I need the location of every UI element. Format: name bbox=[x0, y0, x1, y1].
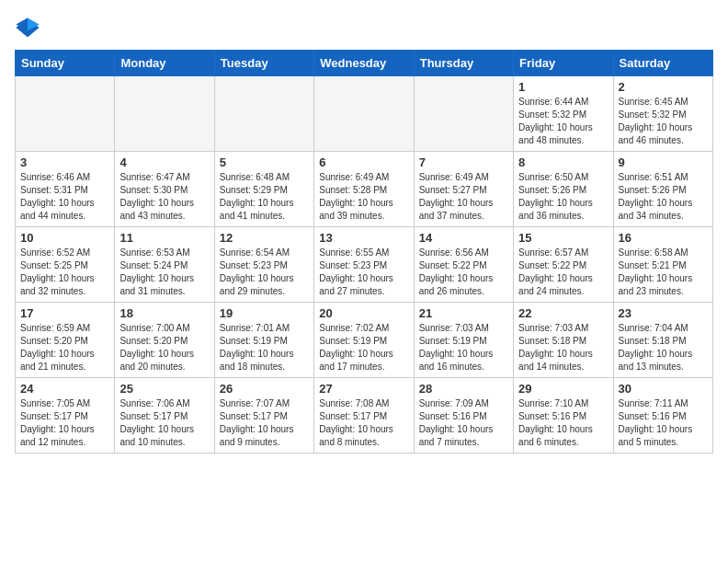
calendar-week-row: 24Sunrise: 7:05 AM Sunset: 5:17 PM Dayli… bbox=[16, 378, 713, 454]
day-number: 20 bbox=[319, 306, 408, 320]
day-info: Sunrise: 6:54 AM Sunset: 5:23 PM Dayligh… bbox=[220, 247, 309, 298]
day-number: 5 bbox=[220, 155, 309, 169]
calendar-header-sunday: Sunday bbox=[16, 51, 115, 76]
calendar-cell: 12Sunrise: 6:54 AM Sunset: 5:23 PM Dayli… bbox=[214, 227, 313, 303]
day-number: 6 bbox=[319, 155, 408, 169]
day-info: Sunrise: 6:49 AM Sunset: 5:28 PM Dayligh… bbox=[319, 171, 408, 223]
page: SundayMondayTuesdayWednesdayThursdayFrid… bbox=[0, 0, 728, 468]
day-info: Sunrise: 6:57 AM Sunset: 5:22 PM Dayligh… bbox=[518, 247, 608, 298]
day-info: Sunrise: 6:47 AM Sunset: 5:30 PM Dayligh… bbox=[119, 171, 209, 223]
calendar-cell: 4Sunrise: 6:47 AM Sunset: 5:30 PM Daylig… bbox=[115, 152, 214, 227]
calendar-cell bbox=[414, 76, 513, 152]
day-info: Sunrise: 6:49 AM Sunset: 5:27 PM Dayligh… bbox=[419, 171, 508, 223]
calendar-cell: 2Sunrise: 6:45 AM Sunset: 5:32 PM Daylig… bbox=[613, 76, 712, 152]
calendar-cell: 22Sunrise: 7:03 AM Sunset: 5:18 PM Dayli… bbox=[514, 303, 613, 378]
calendar-cell: 1Sunrise: 6:44 AM Sunset: 5:32 PM Daylig… bbox=[514, 76, 613, 152]
calendar-cell: 3Sunrise: 6:46 AM Sunset: 5:31 PM Daylig… bbox=[16, 152, 115, 227]
day-number: 7 bbox=[419, 155, 508, 169]
logo bbox=[15, 15, 44, 40]
day-number: 8 bbox=[518, 155, 608, 169]
day-info: Sunrise: 6:58 AM Sunset: 5:21 PM Dayligh… bbox=[619, 247, 708, 298]
logo-icon bbox=[15, 15, 40, 40]
calendar-cell: 20Sunrise: 7:02 AM Sunset: 5:19 PM Dayli… bbox=[314, 303, 414, 378]
day-info: Sunrise: 6:48 AM Sunset: 5:29 PM Dayligh… bbox=[220, 171, 309, 223]
calendar-cell: 17Sunrise: 6:59 AM Sunset: 5:20 PM Dayli… bbox=[16, 303, 115, 378]
day-number: 13 bbox=[319, 231, 408, 245]
calendar-cell: 18Sunrise: 7:00 AM Sunset: 5:20 PM Dayli… bbox=[115, 303, 214, 378]
calendar-header-saturday: Saturday bbox=[613, 51, 712, 76]
calendar-cell: 28Sunrise: 7:09 AM Sunset: 5:16 PM Dayli… bbox=[414, 378, 513, 454]
day-number: 25 bbox=[119, 382, 209, 396]
calendar-cell bbox=[16, 76, 115, 152]
day-number: 12 bbox=[220, 231, 309, 245]
day-number: 23 bbox=[619, 306, 708, 320]
calendar-week-row: 17Sunrise: 6:59 AM Sunset: 5:20 PM Dayli… bbox=[16, 303, 713, 378]
day-number: 11 bbox=[119, 231, 209, 245]
calendar-header-wednesday: Wednesday bbox=[314, 51, 414, 76]
calendar-cell: 27Sunrise: 7:08 AM Sunset: 5:17 PM Dayli… bbox=[314, 378, 414, 454]
calendar-cell: 5Sunrise: 6:48 AM Sunset: 5:29 PM Daylig… bbox=[214, 152, 313, 227]
day-info: Sunrise: 6:46 AM Sunset: 5:31 PM Dayligh… bbox=[20, 171, 109, 223]
day-info: Sunrise: 7:06 AM Sunset: 5:17 PM Dayligh… bbox=[119, 397, 209, 449]
day-info: Sunrise: 6:52 AM Sunset: 5:25 PM Dayligh… bbox=[20, 247, 109, 298]
day-number: 4 bbox=[119, 155, 209, 169]
calendar-cell: 15Sunrise: 6:57 AM Sunset: 5:22 PM Dayli… bbox=[514, 227, 613, 303]
calendar-cell: 30Sunrise: 7:11 AM Sunset: 5:16 PM Dayli… bbox=[613, 378, 712, 454]
calendar-cell: 26Sunrise: 7:07 AM Sunset: 5:17 PM Dayli… bbox=[214, 378, 313, 454]
calendar-header-monday: Monday bbox=[115, 51, 214, 76]
day-info: Sunrise: 7:11 AM Sunset: 5:16 PM Dayligh… bbox=[619, 397, 708, 449]
day-info: Sunrise: 6:45 AM Sunset: 5:32 PM Dayligh… bbox=[619, 96, 708, 147]
day-number: 28 bbox=[419, 382, 508, 396]
calendar-cell: 6Sunrise: 6:49 AM Sunset: 5:28 PM Daylig… bbox=[314, 152, 414, 227]
day-info: Sunrise: 6:59 AM Sunset: 5:20 PM Dayligh… bbox=[20, 322, 109, 373]
day-number: 17 bbox=[20, 306, 109, 320]
calendar-header-tuesday: Tuesday bbox=[214, 51, 313, 76]
calendar-cell: 10Sunrise: 6:52 AM Sunset: 5:25 PM Dayli… bbox=[16, 227, 115, 303]
day-info: Sunrise: 6:50 AM Sunset: 5:26 PM Dayligh… bbox=[518, 171, 608, 223]
day-number: 26 bbox=[220, 382, 309, 396]
calendar-week-row: 10Sunrise: 6:52 AM Sunset: 5:25 PM Dayli… bbox=[16, 227, 713, 303]
day-number: 21 bbox=[419, 306, 508, 320]
day-info: Sunrise: 7:02 AM Sunset: 5:19 PM Dayligh… bbox=[319, 322, 408, 373]
day-number: 1 bbox=[518, 80, 608, 94]
calendar-cell: 29Sunrise: 7:10 AM Sunset: 5:16 PM Dayli… bbox=[514, 378, 613, 454]
day-number: 15 bbox=[518, 231, 608, 245]
calendar-cell: 8Sunrise: 6:50 AM Sunset: 5:26 PM Daylig… bbox=[514, 152, 613, 227]
calendar-cell bbox=[214, 76, 313, 152]
calendar-cell: 13Sunrise: 6:55 AM Sunset: 5:23 PM Dayli… bbox=[314, 227, 414, 303]
day-number: 10 bbox=[20, 231, 109, 245]
calendar-cell bbox=[314, 76, 414, 152]
day-info: Sunrise: 6:51 AM Sunset: 5:26 PM Dayligh… bbox=[619, 171, 708, 223]
calendar: SundayMondayTuesdayWednesdayThursdayFrid… bbox=[15, 50, 713, 454]
day-info: Sunrise: 6:56 AM Sunset: 5:22 PM Dayligh… bbox=[419, 247, 508, 298]
day-number: 29 bbox=[518, 382, 608, 396]
header bbox=[15, 15, 713, 40]
day-info: Sunrise: 7:05 AM Sunset: 5:17 PM Dayligh… bbox=[20, 397, 109, 449]
day-number: 14 bbox=[419, 231, 508, 245]
calendar-cell: 21Sunrise: 7:03 AM Sunset: 5:19 PM Dayli… bbox=[414, 303, 513, 378]
day-number: 3 bbox=[20, 155, 109, 169]
day-info: Sunrise: 6:53 AM Sunset: 5:24 PM Dayligh… bbox=[119, 247, 209, 298]
day-number: 18 bbox=[119, 306, 209, 320]
day-info: Sunrise: 7:00 AM Sunset: 5:20 PM Dayligh… bbox=[119, 322, 209, 373]
calendar-cell: 23Sunrise: 7:04 AM Sunset: 5:18 PM Dayli… bbox=[613, 303, 712, 378]
day-number: 27 bbox=[319, 382, 408, 396]
calendar-cell: 16Sunrise: 6:58 AM Sunset: 5:21 PM Dayli… bbox=[613, 227, 712, 303]
day-number: 19 bbox=[220, 306, 309, 320]
calendar-week-row: 3Sunrise: 6:46 AM Sunset: 5:31 PM Daylig… bbox=[16, 152, 713, 227]
calendar-cell: 24Sunrise: 7:05 AM Sunset: 5:17 PM Dayli… bbox=[16, 378, 115, 454]
calendar-week-row: 1Sunrise: 6:44 AM Sunset: 5:32 PM Daylig… bbox=[16, 76, 713, 152]
day-number: 24 bbox=[20, 382, 109, 396]
day-number: 16 bbox=[619, 231, 708, 245]
day-number: 22 bbox=[518, 306, 608, 320]
day-info: Sunrise: 7:08 AM Sunset: 5:17 PM Dayligh… bbox=[319, 397, 408, 449]
day-number: 30 bbox=[619, 382, 708, 396]
day-info: Sunrise: 7:04 AM Sunset: 5:18 PM Dayligh… bbox=[619, 322, 708, 373]
calendar-cell: 25Sunrise: 7:06 AM Sunset: 5:17 PM Dayli… bbox=[115, 378, 214, 454]
day-number: 2 bbox=[619, 80, 708, 94]
calendar-cell: 7Sunrise: 6:49 AM Sunset: 5:27 PM Daylig… bbox=[414, 152, 513, 227]
day-info: Sunrise: 7:03 AM Sunset: 5:18 PM Dayligh… bbox=[518, 322, 608, 373]
calendar-header-row: SundayMondayTuesdayWednesdayThursdayFrid… bbox=[16, 51, 713, 76]
calendar-cell: 14Sunrise: 6:56 AM Sunset: 5:22 PM Dayli… bbox=[414, 227, 513, 303]
day-number: 9 bbox=[619, 155, 708, 169]
